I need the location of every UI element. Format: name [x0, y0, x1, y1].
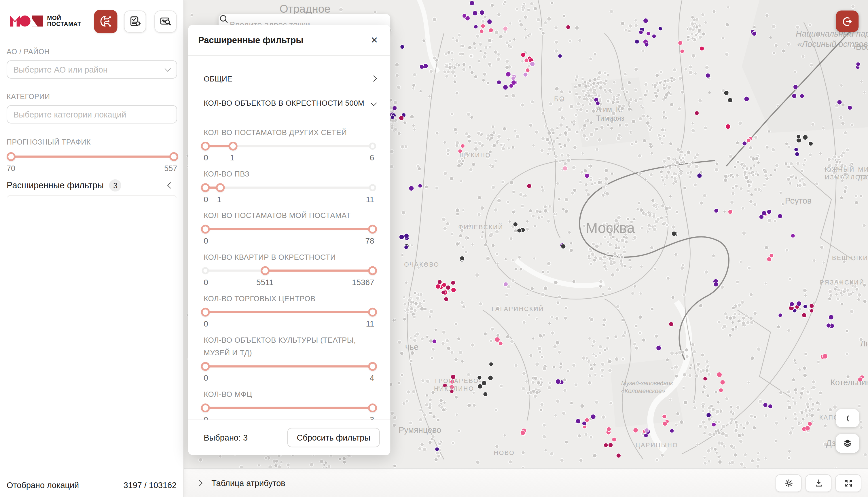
logo-text-line1: МОЙ: [47, 15, 81, 21]
layers-button[interactable]: [836, 434, 859, 453]
night-mode-button[interactable]: [836, 409, 859, 427]
table-expand-chevron-icon[interactable]: [196, 480, 202, 486]
slider-handle-max[interactable]: [368, 225, 377, 233]
section-general-label: ОБЩИЕ: [204, 74, 232, 83]
slider-values: 078: [204, 237, 374, 245]
slider-handle-min[interactable]: [201, 403, 210, 412]
slider-handle-min[interactable]: [201, 183, 210, 192]
monitor-search-icon: [159, 15, 172, 28]
filter-slider-group: КОЛ-ВО ПОСТАМАТОВ МОЙ ПОСТАМАТ078: [204, 209, 374, 245]
slider-handle-min[interactable]: [6, 152, 15, 161]
filter-slider-group: КОЛ-ВО ПВЗ0111: [204, 168, 374, 203]
slider-handle-min[interactable]: [201, 225, 210, 233]
moon-arc-icon: [843, 413, 853, 423]
range-slider[interactable]: [205, 266, 373, 275]
modal-title: Расширенные фильтры: [198, 35, 371, 45]
slider-handle-max[interactable]: [368, 266, 377, 275]
chevron-right-icon: [371, 75, 377, 82]
ao-district-select[interactable]: [6, 60, 177, 79]
modal-footer: Выбрано: 3 Сбросить фильтры: [188, 420, 390, 455]
report-settings-icon: [128, 15, 142, 28]
slider-handle-max[interactable]: [216, 183, 225, 192]
download-button[interactable]: [806, 474, 831, 492]
table-label: Таблица атрибутов: [211, 478, 285, 488]
map-settings-button[interactable]: [775, 474, 801, 492]
traffic-max-value: 557: [164, 164, 177, 173]
slider-values: 016: [204, 153, 374, 162]
chevron-left-icon: [167, 182, 174, 189]
slider-endcap: [369, 143, 376, 150]
filter-slider-label: КОЛ-ВО ТОРГОВЫХ ЦЕНТРОВ: [204, 292, 374, 305]
selection-summary: Отобрано локаций 3197 / 103162: [6, 480, 176, 490]
slider-handle-min[interactable]: [201, 362, 210, 371]
filter-slider-label: КОЛ-ВО ОБЪЕКТОВ КУЛЬТУРЫ (ТЕАТРЫ, МУЗЕЙ …: [204, 334, 374, 359]
gear-icon: [784, 478, 794, 488]
divider: [6, 195, 177, 199]
section-objects-500m[interactable]: КОЛ-ВО ОБЪЕКТОВ В ОКРЕСТНОСТИ 500М: [204, 92, 376, 114]
slider-handle-min[interactable]: [201, 142, 210, 151]
traffic-min-value: 70: [6, 164, 15, 173]
range-slider[interactable]: [205, 362, 373, 371]
filter-slider-group: КОЛ-ВО МФЦ03: [204, 388, 374, 420]
section-general[interactable]: ОБЩИЕ: [204, 68, 376, 90]
categories-select[interactable]: [6, 105, 177, 123]
slider-handle-max[interactable]: [368, 362, 377, 371]
slider-handle-min[interactable]: [261, 266, 270, 275]
filter-slider-group: КОЛ-ВО КВАРТИР В ОКРЕСТНОСТИ0551115367: [204, 251, 374, 287]
slider-handle-max[interactable]: [368, 403, 377, 412]
slider-endcap: [202, 267, 209, 274]
attribute-table-bar: Таблица атрибутов: [184, 468, 868, 497]
download-icon: [814, 478, 824, 488]
app-root: ОтрадноеНациональный парк «Лосиный остро…: [0, 0, 868, 497]
ai-mode-button[interactable]: [94, 10, 117, 33]
range-slider[interactable]: [205, 183, 373, 192]
advanced-filters-toggle[interactable]: Расширенные фильтры 3: [6, 178, 177, 193]
range-slider[interactable]: [205, 142, 373, 151]
slider-values: 011: [204, 320, 374, 328]
advanced-filters-modal: Расширенные фильтры ✕ ОБЩИЕ КОЛ-ВО ОБЪЕК…: [188, 25, 390, 455]
selected-locations-value: 3197 / 103162: [124, 480, 176, 490]
fullscreen-icon: [843, 478, 853, 488]
slider-values: 04: [204, 373, 374, 382]
categories-label: КАТЕГОРИИ: [6, 93, 50, 101]
search-icon: [218, 14, 229, 24]
range-slider[interactable]: [205, 308, 373, 317]
report-settings-button[interactable]: [124, 11, 146, 33]
layers-icon: [842, 438, 853, 449]
slider-values: 0111: [204, 195, 374, 204]
range-slider[interactable]: [205, 225, 373, 233]
advanced-filters-badge: 3: [109, 180, 121, 191]
monitor-search-button[interactable]: [154, 11, 176, 33]
logo-mark-icon: [10, 14, 43, 28]
slider-handle-min[interactable]: [201, 308, 210, 317]
filter-slider-group: КОЛ-ВО ОБЪЕКТОВ КУЛЬТУРЫ (ТЕАТРЫ, МУЗЕЙ …: [204, 334, 374, 382]
section-objects-500m-label: КОЛ-ВО ОБЪЕКТОВ В ОКРЕСТНОСТИ 500М: [204, 99, 364, 107]
filter-slider-group: КОЛ-ВО ПОСТАМАТОВ ДРУГИХ СЕТЕЙ016: [204, 126, 374, 162]
filter-slider-label: КОЛ-ВО МФЦ: [204, 388, 374, 400]
filter-slider-label: КОЛ-ВО ПОСТАМАТОВ МОЙ ПОСТАМАТ: [204, 209, 374, 222]
advanced-filters-label: Расширенные фильтры: [6, 181, 104, 190]
traffic-range-slider[interactable]: [6, 150, 177, 163]
slider-values: 03: [204, 415, 374, 420]
filter-slider-label: КОЛ-ВО КВАРТИР В ОКРЕСТНОСТИ: [204, 251, 374, 264]
fullscreen-button[interactable]: [836, 474, 862, 492]
divider: [188, 55, 390, 56]
slider-handle-max[interactable]: [229, 142, 238, 151]
brain-circuit-icon: [99, 14, 113, 29]
ao-district-label: АО / РАЙОН: [6, 47, 49, 56]
logout-button[interactable]: [836, 11, 859, 32]
close-icon[interactable]: ✕: [371, 36, 378, 45]
range-slider[interactable]: [205, 403, 373, 412]
filter-slider-group: КОЛ-ВО ТОРГОВЫХ ЦЕНТРОВ011: [204, 292, 374, 328]
reset-filters-button[interactable]: Сбросить фильтры: [287, 428, 380, 447]
slider-endcap: [369, 184, 376, 191]
selected-count-label: Выбрано: 3: [204, 433, 248, 442]
sidebar: МОЙ ПОСТАМАТ: [0, 0, 184, 497]
slider-handle-max[interactable]: [368, 308, 377, 317]
traffic-label: ПРОГНОЗНЫЙ ТРАФИК: [6, 138, 91, 146]
slider-values: 0551115367: [204, 278, 374, 287]
selected-locations-label: Отобрано локаций: [6, 480, 79, 490]
logo-text-line2: ПОСТАМАТ: [47, 21, 81, 27]
chevron-down-icon: [371, 100, 377, 106]
slider-handle-max[interactable]: [169, 152, 178, 161]
